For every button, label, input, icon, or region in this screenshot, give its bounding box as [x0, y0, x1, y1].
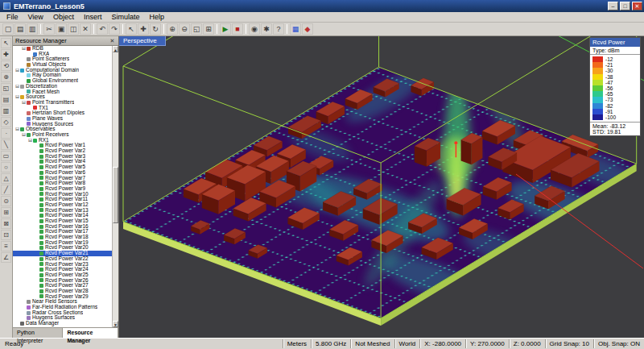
tree-item-rcvd-power-var15[interactable]: Rcvd Power Var15: [13, 218, 118, 224]
tree-expander-icon[interactable]: ⊟: [14, 94, 20, 100]
tree-scrollbar[interactable]: ▲ ▼: [112, 46, 118, 327]
tree-item-rcvd-power-var20[interactable]: Rcvd Power Var20: [13, 245, 118, 251]
run-simulation-button[interactable]: ▶: [220, 23, 231, 35]
tree-item-rcvd-power-var14[interactable]: Rcvd Power Var14: [13, 213, 118, 218]
tree-item-rcvd-power-var28[interactable]: Rcvd Power Var28: [13, 289, 118, 294]
move-button[interactable]: ✚: [138, 23, 149, 35]
settings-button[interactable]: ✱: [261, 23, 272, 35]
rotate-button[interactable]: ↻: [150, 23, 161, 35]
tree-item-rcvd-power-var6[interactable]: Rcvd Power Var6: [13, 170, 118, 176]
tree-item-tx1[interactable]: TX1: [13, 106, 118, 111]
tree-item-virtual-objects[interactable]: Virtual Objects: [13, 62, 118, 68]
tree-item-point-scatterers[interactable]: Point Scatterers: [13, 56, 118, 62]
tree-item-near-field-sensors[interactable]: Near Field Sensors: [13, 299, 118, 305]
tree-item-rcvd-power-var8[interactable]: Rcvd Power Var8: [13, 181, 118, 186]
tree-item-rcvd-power-var2[interactable]: Rcvd Power Var2: [13, 148, 118, 154]
tree-item-rcvd-power-var1[interactable]: Rcvd Power Var1: [13, 143, 118, 148]
scroll-up-icon[interactable]: ▲: [113, 46, 118, 52]
layers-tool[interactable]: ≡: [1, 241, 11, 251]
tree-item-rcvd-power-var29[interactable]: Rcvd Power Var29: [13, 294, 118, 300]
tree-item-ray-domain[interactable]: Ray Domain: [13, 73, 118, 78]
tree-item-global-environment[interactable]: Global Environment: [13, 78, 118, 84]
close-button[interactable]: ✕: [632, 2, 642, 10]
new-button[interactable]: ▢: [2, 23, 14, 35]
tree-item-rcvd-power-var16[interactable]: Rcvd Power Var16: [13, 224, 118, 230]
vertex-snap[interactable]: ⊙: [1, 196, 11, 206]
tree-expander-icon[interactable]: ⊟: [27, 138, 33, 143]
tree-item-rcvd-power-var24[interactable]: Rcvd Power Var24: [13, 267, 118, 272]
line-tool[interactable]: ╲: [1, 139, 11, 150]
tree-item-plane-waves[interactable]: Plane Waves: [13, 116, 118, 122]
measure-tool[interactable]: ╱: [1, 185, 11, 195]
pan-tool[interactable]: ✚: [1, 49, 11, 60]
menu-view[interactable]: View: [23, 13, 48, 21]
tree-expander-icon[interactable]: ⊟: [21, 46, 27, 52]
tree-expander-icon[interactable]: ⊟: [14, 127, 20, 132]
zoom-tool[interactable]: ⊕: [1, 72, 11, 82]
redo-button[interactable]: ↷: [109, 23, 120, 35]
front-view[interactable]: ▤: [1, 94, 11, 105]
help-button[interactable]: ?: [273, 23, 284, 35]
tree-item-rcvd-power-var21[interactable]: Rcvd Power Var21: [13, 251, 118, 256]
tree-item-rcvd-power-var23[interactable]: Rcvd Power Var23: [13, 262, 118, 268]
scene-3d[interactable]: [119, 36, 644, 338]
rect-tool[interactable]: ▭: [1, 151, 11, 161]
tree-item-huygens-surfaces[interactable]: Huygens Surfaces: [13, 315, 118, 321]
cut-button[interactable]: ✂: [43, 23, 55, 35]
undo-button[interactable]: ↶: [97, 23, 108, 35]
tree-item-rcvd-power-var17[interactable]: Rcvd Power Var17: [13, 229, 118, 235]
tree-item-far-field-radiation-patterns[interactable]: Far-Field Radiation Patterns: [13, 305, 118, 310]
save-button[interactable]: ▥: [27, 23, 38, 35]
grid-snap[interactable]: ⊞: [1, 207, 11, 218]
minimize-button[interactable]: –: [608, 2, 618, 10]
tree-item-rcvd-power-var27[interactable]: Rcvd Power Var27: [13, 283, 118, 289]
tree-item-huygens-sources[interactable]: Huygens Sources: [13, 122, 118, 127]
zoom-extents-button[interactable]: ◱: [191, 23, 202, 35]
maximize-button[interactable]: □: [620, 2, 630, 10]
tree-item-point-transmitters[interactable]: ⊟Point Transmitters: [13, 100, 118, 106]
orbit-tool[interactable]: ⟲: [1, 60, 11, 71]
tree-item-radar-cross-sections[interactable]: Radar Cross Sections: [13, 310, 118, 316]
zoom-in-button[interactable]: ⊕: [167, 23, 178, 35]
paste-button[interactable]: ◫: [68, 23, 79, 35]
stop-simulation-button[interactable]: ■: [232, 23, 243, 35]
tree-item-computational-domain[interactable]: ⊟Computational Domain: [13, 68, 118, 73]
angle-tool[interactable]: ∠: [1, 252, 11, 263]
union-tool[interactable]: ⊠: [1, 218, 11, 229]
menu-simulate[interactable]: Simulate: [106, 13, 144, 21]
polygon-tool[interactable]: △: [1, 173, 11, 184]
viewport-3d[interactable]: Perspective Rcvd Power Type: dBm -12-21-…: [119, 36, 644, 338]
select-button[interactable]: ↖: [126, 23, 137, 35]
tree-item-rcvd-power-var25[interactable]: Rcvd Power Var25: [13, 272, 118, 278]
menu-file[interactable]: File: [2, 13, 23, 21]
menu-insert[interactable]: Insert: [79, 13, 107, 21]
menu-object[interactable]: Object: [48, 13, 79, 21]
intersect-tool[interactable]: ⊡: [1, 230, 11, 240]
tree-item-facet-mesh[interactable]: Facet Mesh: [13, 89, 118, 95]
materials-button[interactable]: ◆: [302, 23, 313, 35]
iso-view[interactable]: ◇: [1, 117, 11, 127]
tree-item-rcvd-power-var11[interactable]: Rcvd Power Var11: [13, 197, 118, 202]
top-view[interactable]: ▥: [1, 106, 11, 116]
tree-expander-icon[interactable]: ⊟: [14, 68, 20, 73]
tree-item-rcvd-power-var13[interactable]: Rcvd Power Var13: [13, 208, 118, 214]
tree-item-discretization[interactable]: ⊟Discretization: [13, 84, 118, 89]
select-tool[interactable]: ↖: [1, 38, 11, 48]
tree-item-observables[interactable]: ⊟Observables: [13, 127, 118, 132]
zoom-out-button[interactable]: ⊖: [179, 23, 190, 35]
tree-item-rcvd-power-var19[interactable]: Rcvd Power Var19: [13, 240, 118, 246]
tree-item-rcvd-power-var7[interactable]: Rcvd Power Var7: [13, 176, 118, 181]
copy-button[interactable]: ▣: [56, 23, 67, 35]
tree-expander-icon[interactable]: ⊟: [21, 100, 27, 106]
grid-button[interactable]: ⊞: [203, 23, 214, 35]
tree-item-rcvd-power-var9[interactable]: Rcvd Power Var9: [13, 186, 118, 192]
tree-item-data-manager[interactable]: Data Manager: [13, 321, 118, 326]
circle-tool[interactable]: ○: [1, 162, 11, 172]
tab-python-interpreter[interactable]: Python Interpreter: [13, 328, 63, 338]
tree-item-rcvd-power-var18[interactable]: Rcvd Power Var18: [13, 235, 118, 240]
tree-expander-icon[interactable]: ⊟: [21, 132, 27, 138]
tree-item-rcvd-power-var3[interactable]: Rcvd Power Var3: [13, 154, 118, 160]
tree-item-rcvd-power-var22[interactable]: Rcvd Power Var22: [13, 256, 118, 262]
scroll-down-icon[interactable]: ▼: [113, 321, 118, 327]
tree-item-rcvd-power-var12[interactable]: Rcvd Power Var12: [13, 202, 118, 208]
